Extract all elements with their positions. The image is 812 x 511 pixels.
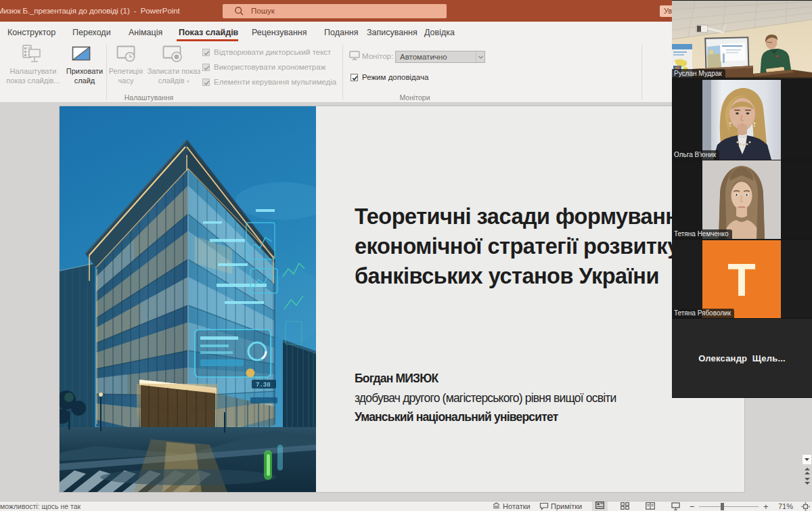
svg-text:7.38: 7.38 [256, 382, 271, 388]
